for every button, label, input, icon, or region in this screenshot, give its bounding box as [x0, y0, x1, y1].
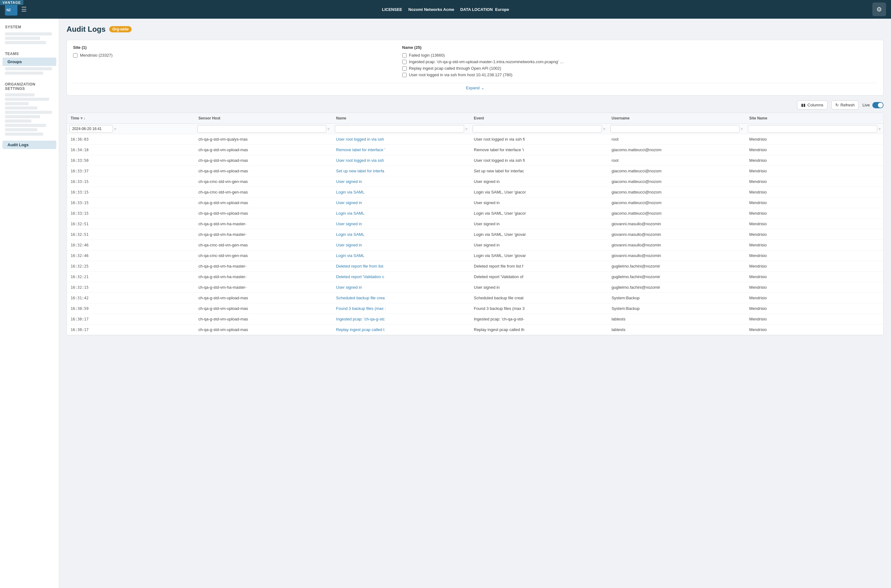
time-filter-input[interactable] [69, 125, 113, 132]
row-sensor-host: ch-qa-cmc-std-vm-gen-mas [195, 250, 333, 261]
row-name[interactable]: User signed in [332, 240, 470, 250]
row-name[interactable]: Login via SAML [332, 250, 470, 261]
row-name[interactable]: User signed in [332, 176, 470, 187]
columns-label: Columns [807, 103, 823, 107]
sidebar-placeholder [5, 115, 40, 118]
row-event: User signed in [470, 176, 608, 187]
row-name-link[interactable]: Deleted report file from list [336, 264, 383, 268]
row-name-link[interactable]: User signed in [336, 222, 362, 226]
row-name-link[interactable]: User signed in [336, 179, 362, 184]
row-event: Deleted report 'Validation of [470, 272, 608, 282]
site-filter-label: Mendrisio (23327) [80, 53, 112, 57]
name-filter-checkbox-1[interactable] [402, 53, 406, 57]
username-filter-icon[interactable]: ▿ [741, 127, 743, 131]
row-name-link[interactable]: User signed in [336, 285, 362, 290]
row-sensor-host: ch-qa-g-std-vm-upload-mas [195, 145, 333, 155]
row-name[interactable]: Ingested pcap: 'ch-qa-g-stc [332, 314, 470, 324]
settings-button[interactable]: ⚙ [872, 3, 886, 16]
row-name[interactable]: User signed in [332, 282, 470, 293]
row-name[interactable]: Replay ingest pcap called t [332, 324, 470, 335]
filter-expand[interactable]: Expand ⌄ [73, 86, 877, 90]
row-username: System:Backup [608, 303, 746, 314]
row-name[interactable]: Login via SAML [332, 208, 470, 219]
row-name[interactable]: Login via SAML [332, 229, 470, 240]
row-name-link[interactable]: Remove label for interface ' [336, 147, 385, 152]
refresh-label: Refresh [841, 103, 855, 107]
row-name[interactable]: User signed in [332, 219, 470, 229]
row-name-link[interactable]: Login via SAML [336, 190, 364, 195]
row-name[interactable]: Scheduled backup file crea [332, 293, 470, 303]
username-filter-input[interactable] [610, 125, 740, 132]
system-section-title: System [0, 22, 59, 30]
row-event: User signed in [470, 219, 608, 229]
row-name-link[interactable]: User signed in [336, 243, 362, 248]
row-username: giacomo.matteucci@nozom [608, 166, 746, 176]
row-name[interactable]: User signed in [332, 198, 470, 208]
col-event-label: Event [474, 116, 484, 120]
row-event: Remove label for interface 'i [470, 145, 608, 155]
row-site-name: Mendrisio [746, 303, 883, 314]
site-name-filter-icon[interactable]: ▿ [879, 127, 881, 131]
columns-button[interactable]: ▮▮ Columns [797, 100, 827, 110]
name-filter-item-2: Ingested pcap: 'ch-qa-g-std-vm-upload-ma… [402, 59, 877, 64]
sensor-host-filter-icon[interactable]: ▿ [328, 127, 330, 131]
site-name-filter-input[interactable] [748, 125, 877, 132]
event-filter-input[interactable] [472, 125, 602, 132]
table-body: 16:36:03ch-qa-g-std-vm-qualys-masUser ro… [67, 134, 883, 335]
row-name[interactable]: Deleted report 'Validation c [332, 272, 470, 282]
row-name-link[interactable]: User root logged in via ssh [336, 137, 384, 141]
row-name[interactable]: Found 3 backup files (max : [332, 303, 470, 314]
row-username: giacomo.matteucci@nozom [608, 145, 746, 155]
row-name-link[interactable]: Found 3 backup files (max : [336, 306, 386, 311]
hamburger-menu-icon[interactable]: ☰ [21, 6, 27, 13]
row-sensor-host: ch-qa-g-std-vm-upload-mas [195, 198, 333, 208]
sidebar-item-groups[interactable]: Groups [3, 57, 56, 66]
row-event: Scheduled backup file creat [470, 293, 608, 303]
row-name-link[interactable]: Login via SAML [336, 232, 364, 237]
live-toggle-switch[interactable] [872, 102, 884, 108]
name-filter-icon[interactable]: ▿ [465, 127, 468, 131]
row-name-link[interactable]: User root logged in via ssh [336, 158, 384, 163]
row-name[interactable]: User root logged in via ssh [332, 155, 470, 166]
col-sensor-host: Sensor Host [195, 113, 333, 124]
refresh-button[interactable]: ↻ Refresh [831, 100, 859, 110]
row-name-link[interactable]: Ingested pcap: 'ch-qa-g-stc [336, 317, 384, 321]
row-name[interactable]: Deleted report file from list [332, 261, 470, 272]
row-name[interactable]: User root logged in via ssh [332, 134, 470, 145]
row-username: giacomo.matteucci@nozom [608, 198, 746, 208]
name-filter-checkbox-4[interactable] [402, 73, 406, 77]
table-row: 16:32:51ch-qa-g-std-vm-ha-master-User si… [67, 219, 883, 229]
filter-section: Site (1) Mendrisio (23327) Name (25) Fai… [67, 40, 884, 96]
row-name[interactable]: Login via SAML [332, 187, 470, 198]
row-name-link[interactable]: User signed in [336, 200, 362, 205]
sensor-host-filter-input[interactable] [197, 125, 327, 132]
nozomi-logo-icon: NZ [5, 3, 17, 15]
row-sensor-host: ch-qa-g-std-vm-upload-mas [195, 314, 333, 324]
row-name-link[interactable]: Login via SAML [336, 253, 364, 258]
row-name-link[interactable]: Login via SAML [336, 211, 364, 216]
row-name[interactable]: Set up new label for interfa [332, 166, 470, 176]
row-name-link[interactable]: Set up new label for interfa [336, 169, 384, 173]
row-username: giacomo.matteucci@nozom [608, 187, 746, 198]
event-filter-icon[interactable]: ▿ [603, 127, 605, 131]
toggle-knob [878, 103, 883, 108]
row-username: giovanni.masullo@nozomin [608, 250, 746, 261]
row-event: User signed in [470, 282, 608, 293]
sort-filter-icon[interactable]: ▿ ↓ [81, 116, 85, 120]
row-name-link[interactable]: Replay ingest pcap called t [336, 327, 384, 332]
name-filter-checkbox-2[interactable] [402, 60, 406, 64]
name-filter-checkbox-3[interactable] [402, 66, 406, 70]
row-name-link[interactable]: Scheduled backup file crea [336, 296, 384, 300]
table-row: 16:32:25ch-qa-g-std-vm-ha-master-Deleted… [67, 261, 883, 272]
col-name: Name [332, 113, 470, 124]
row-name[interactable]: Remove label for interface ' [332, 145, 470, 155]
site-filter-checkbox[interactable] [73, 53, 78, 57]
row-name-link[interactable]: Deleted report 'Validation c [336, 274, 384, 279]
sidebar-item-audit-logs[interactable]: Audit Logs [3, 141, 56, 149]
row-site-name: Mendrisio [746, 166, 883, 176]
name-filter-col: Name (25) Failed login (13660) Ingested … [402, 45, 877, 79]
time-filter-icon[interactable]: ▿ [114, 127, 116, 131]
row-time: 16:32:21 [67, 272, 195, 282]
name-filter-input[interactable] [335, 125, 464, 132]
row-username: guglielmo.fachini@nozomir [608, 261, 746, 272]
